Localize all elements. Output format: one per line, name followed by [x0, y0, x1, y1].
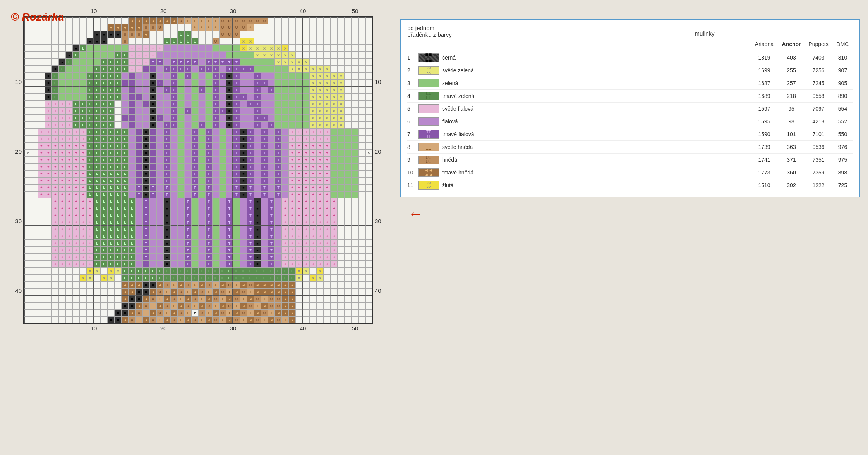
grid-cell	[240, 261, 247, 268]
grid-cell: +	[303, 212, 310, 219]
grid-cell	[365, 163, 372, 170]
grid-cell: +	[331, 226, 338, 233]
grid-cell: +	[52, 226, 59, 233]
grid-cell	[191, 254, 198, 261]
grid-cell	[338, 303, 345, 310]
grid-cell	[87, 45, 94, 52]
grid-cell: ■	[115, 316, 122, 323]
grid-cell	[247, 52, 254, 59]
grid-cell: T	[226, 59, 233, 66]
grid-cell	[275, 247, 282, 254]
grid-cell	[359, 191, 365, 198]
grid-cell: ■	[136, 296, 142, 303]
grid-cell	[212, 254, 219, 261]
color-swatch-9: UUUU	[418, 156, 439, 164]
grid-cell: L	[101, 247, 108, 254]
grid-cell: +	[52, 177, 59, 184]
grid-cell	[205, 45, 212, 52]
grid-cell	[345, 87, 352, 94]
grid-cell	[212, 177, 219, 184]
grid-cell: ◄	[254, 310, 261, 316]
grid-cell	[219, 261, 226, 268]
grid-cell: T	[261, 142, 268, 149]
grid-cell: T	[247, 198, 254, 205]
grid-cell	[352, 45, 359, 52]
grid-cell: +	[296, 149, 303, 156]
grid-cell	[191, 233, 198, 240]
grid-cell	[254, 177, 261, 184]
grid-cell	[31, 212, 38, 219]
grid-cell: U	[142, 24, 149, 31]
grid-cell: X	[317, 121, 324, 128]
grid-cell	[359, 275, 365, 282]
grid-cell: ■	[122, 310, 129, 316]
grid-cell: U	[122, 38, 129, 45]
grid-cell	[45, 31, 52, 38]
grid-cell: +	[87, 219, 94, 226]
grid-cell	[219, 219, 226, 226]
grid-cell: L	[94, 115, 101, 121]
grid-cell	[324, 45, 331, 52]
grid-cell: L	[94, 66, 101, 73]
grid-cell: T	[275, 191, 282, 198]
grid-cell: +	[282, 212, 289, 219]
grid-cell: T	[268, 198, 275, 205]
grid-cell: ◄	[163, 296, 170, 303]
grid-cell: U	[122, 31, 129, 38]
legend-area: po jednom přadénku z barvy mulinky Ariad…	[400, 8, 860, 222]
grid-cell: ■	[149, 108, 156, 115]
grid-cell: L	[282, 275, 289, 282]
grid-cell	[338, 240, 345, 247]
grid-cell: +	[191, 282, 198, 289]
grid-cell	[338, 45, 345, 52]
grid-cell	[156, 101, 163, 108]
grid-cell: ◄	[142, 31, 149, 38]
grid-cell	[129, 149, 136, 156]
grid-cell: X	[324, 101, 331, 108]
grid-cell	[24, 268, 31, 275]
grid-cell	[59, 316, 66, 323]
grid-cell	[212, 31, 219, 38]
grid-cell	[38, 73, 45, 80]
grid-cell	[184, 184, 191, 191]
grid-cell: +	[73, 233, 80, 240]
grid-cell	[136, 205, 142, 212]
grid-cell: ◄	[156, 17, 163, 24]
grid-cell	[31, 149, 38, 156]
grid-cell	[352, 163, 359, 170]
grid-cell: +	[331, 261, 338, 268]
grid-cell: U	[240, 24, 247, 31]
grid-cell	[365, 191, 372, 198]
grid-cell: L	[101, 121, 108, 128]
grid-canvas: ◄◄◄◄◄◄◄U+++++UUUUUUU◄◄◄◄◄UUU++++UUUU+■■■…	[23, 16, 373, 324]
grid-cell	[303, 108, 310, 115]
grid-cell: L	[219, 275, 226, 282]
grid-cell	[163, 59, 170, 66]
grid-cell	[352, 59, 359, 66]
grid-cell: ■	[240, 142, 247, 149]
grid-cell	[31, 205, 38, 212]
grid-cell: L	[59, 66, 66, 73]
grid-cell: U	[149, 24, 156, 31]
grid-cell	[296, 80, 303, 87]
grid-cell	[59, 73, 66, 80]
grid-cell: T	[142, 66, 149, 73]
grid-cell: L	[87, 163, 94, 170]
grid-cell	[136, 87, 142, 94]
grid-cell	[198, 247, 205, 254]
grid-cell	[101, 268, 108, 275]
grid-cell: L	[136, 268, 142, 275]
grid-cell	[66, 31, 73, 38]
grid-cell	[338, 212, 345, 219]
grid-cell	[289, 108, 296, 115]
grid-cell	[198, 205, 205, 212]
grid-cell: T	[226, 212, 233, 219]
grid-cell	[233, 45, 240, 52]
grid-cell: +	[310, 156, 317, 163]
grid-cell	[108, 52, 115, 59]
grid-cell	[38, 87, 45, 94]
grid-cell: L	[212, 268, 219, 275]
grid-cell	[296, 52, 303, 59]
grid-cell: T	[149, 66, 156, 73]
grid-cell: L	[66, 59, 73, 66]
